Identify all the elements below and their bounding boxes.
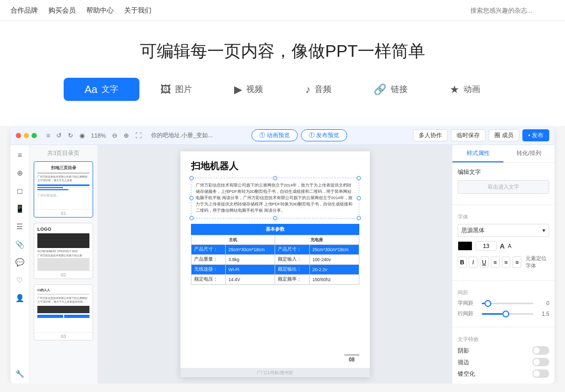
shadow-effect-row: 阴影	[458, 346, 549, 355]
close-dot[interactable]	[16, 133, 21, 138]
toolbar-center-buttons: ① 动画预览 ① 发布预览	[251, 129, 347, 141]
sidebar-user-icon[interactable]: 👤	[13, 292, 27, 304]
feature-tabs: Aa 文字 🖼 图片 ▶ 视频 ♪ 音频 🔗 链接 ★ 动画	[0, 78, 565, 114]
fullscreen-btn[interactable]: ⛶	[133, 131, 144, 140]
specs-r1-k1: 产品尺寸：	[191, 245, 226, 255]
hero-section: 可编辑每一页内容，像做PPT一样简单 Aa 文字 🖼 图片 ▶ 视频 ♪ 音频 …	[0, 21, 565, 126]
char-spacing-thumb[interactable]	[485, 300, 491, 307]
hollow-toggle[interactable]	[532, 369, 549, 378]
maximize-dot[interactable]	[32, 133, 37, 138]
line-spacing-label: 行间距	[458, 310, 479, 317]
publish-btn[interactable]: • 发布	[522, 129, 549, 141]
specs-r1-v2: 25cm*30cm*18cm	[309, 245, 359, 255]
font-selector-chevron: ▾	[542, 227, 546, 234]
nav-link-brand[interactable]: 合作品牌	[11, 6, 38, 15]
sidebar-menu-icon[interactable]: ≡	[13, 149, 27, 161]
shadow-toggle[interactable]	[532, 346, 549, 355]
sidebar-shape-icon[interactable]: ◻	[13, 185, 27, 197]
sidebar-clip-icon[interactable]: 📎	[13, 239, 27, 250]
tab-audio[interactable]: ♪ 音频	[284, 78, 352, 101]
tab-text[interactable]: Aa 文字	[64, 78, 139, 101]
edit-text-title: 编辑文字	[458, 168, 549, 176]
collab-btn[interactable]: 多人协作	[413, 129, 448, 141]
zoom-level: 118%	[89, 132, 108, 139]
tab-animation-label: 动画	[463, 84, 480, 95]
letter-a-small: A	[508, 243, 511, 249]
tab-link[interactable]: 🔗 链接	[352, 78, 429, 101]
line-spacing-row: 行间距 1.5	[458, 310, 549, 317]
undo-btn[interactable]: ↺	[54, 131, 64, 140]
canvas-text-box[interactable]: 广州万彩信息技术有限公司旗下的云展网创立于2014年，致力于为上传者提供文档转储…	[191, 178, 359, 219]
hollow-label: 镂空化	[458, 370, 475, 378]
menu-btn[interactable]: ≡	[44, 131, 52, 140]
sidebar-heart-icon[interactable]: ♡	[13, 274, 27, 286]
stroke-toggle[interactable]	[532, 358, 549, 366]
sidebar-phone-icon[interactable]: 📱	[13, 203, 27, 214]
sidebar-chat-icon[interactable]: 💬	[13, 256, 27, 268]
specs-r2-v2: 100-240v	[309, 255, 359, 265]
nav-link-member[interactable]: 购买会员	[48, 6, 76, 15]
page-thumb-2[interactable]: LOGO ACHIEVEMENT STRATEGY 2022 广州万彩信息技术有…	[34, 223, 93, 279]
minimize-dot[interactable]	[24, 133, 29, 138]
shadow-label: 阴影	[458, 347, 469, 355]
italic-btn[interactable]: I	[469, 256, 478, 268]
filename: 你的吧地址.小册_变如...	[151, 131, 213, 139]
font-size-input[interactable]: 13	[476, 241, 497, 251]
align-right-btn[interactable]: ≡	[512, 256, 521, 268]
tab-animation[interactable]: ★ 动画	[429, 78, 501, 101]
letter-a-big: A	[500, 242, 505, 250]
page-num-3: 03	[34, 332, 93, 340]
char-spacing-track[interactable]	[482, 303, 533, 304]
bold-btn[interactable]: B	[458, 256, 467, 268]
zoom-out-btn[interactable]: ⊖	[110, 131, 119, 140]
eye-btn[interactable]: ◉	[77, 131, 87, 140]
line-spacing-track[interactable]	[482, 313, 533, 315]
editor-body: ≡ ⊕ ◻ 📱 ☰ 📎 💬 ♡ 👤 🔧 共3页目录页 扫地三页目录 广州万彩信息…	[11, 145, 554, 384]
font-section-label: 字体	[458, 213, 549, 221]
sidebar-tool-icon[interactable]: 🔧	[13, 368, 27, 379]
font-selector[interactable]: 思源黑体 ▾	[458, 224, 549, 237]
page-thumb-content-3: Ci的人人 广州万彩信息技术有限公司旗下的云展网创立于2014年，致力于为上传者…	[34, 285, 93, 332]
tab-transform[interactable]: 转化/排列	[503, 145, 554, 162]
save-label: 临时保存	[457, 132, 480, 138]
tab-video[interactable]: ▶ 视频	[213, 78, 284, 101]
toolbar-undo-redo: ≡ ↺ ↻ ◉ 118% ⊖ ⊕ ⛶	[44, 131, 144, 140]
share-btn[interactable]: ① 发布预览	[301, 129, 347, 141]
divider-1	[452, 204, 554, 205]
char-spacing-label: 字间距	[458, 300, 479, 307]
collab-label: 多人协作	[419, 132, 442, 138]
char-spacing-row: 字间距 0	[458, 300, 549, 307]
stroke-label: 描边	[458, 358, 469, 366]
nav-link-about[interactable]: 关于我们	[124, 6, 152, 15]
nav-link-help[interactable]: 帮助中心	[86, 6, 114, 15]
zoom-in-btn[interactable]: ⊕	[122, 131, 131, 140]
edit-text-hint: 双击进入文字	[458, 180, 549, 194]
specs-r1-v1: 25cm*30cm*18cm	[226, 245, 275, 255]
canvas-bottom-text: 广门口/导航/图书室	[257, 370, 292, 376]
editor-wrapper: ≡ ↺ ↻ ◉ 118% ⊖ ⊕ ⛶ 你的吧地址.小册_变如... ① 动画预览…	[11, 126, 554, 384]
specs-r2-v1: 3.8kg	[226, 255, 275, 265]
specs-r4-k1: 额定电压：	[191, 275, 226, 285]
member-btn[interactable]: 圈 成员	[489, 129, 519, 141]
nav-links: 合作品牌 购买会员 帮助中心 关于我们	[11, 6, 152, 15]
page-num-2: 02	[34, 271, 93, 278]
page-thumb-1[interactable]: 扫地三页目录 广州万彩信息技术有限公司旗下的云展网创立于2014年，致力于为上传…	[34, 161, 93, 218]
spacing-label: 间距	[458, 289, 549, 296]
tab-style-props[interactable]: 样式属性	[452, 145, 503, 162]
color-swatch[interactable]	[458, 241, 472, 251]
preview-btn[interactable]: ① 动画预览	[251, 129, 298, 141]
page-thumb-content-2: LOGO ACHIEVEMENT STRATEGY 2022 广州万彩信息技术有…	[34, 223, 93, 271]
line-spacing-thumb[interactable]	[502, 311, 509, 317]
sidebar-add-icon[interactable]: ⊕	[13, 167, 27, 179]
specs-r4-v2: 150/60hz	[309, 275, 359, 285]
align-center-btn[interactable]: ≡	[502, 256, 511, 268]
sidebar-list-icon[interactable]: ☰	[13, 221, 27, 232]
save-btn[interactable]: 临时保存	[451, 129, 486, 141]
redo-btn[interactable]: ↻	[66, 131, 75, 140]
search-input[interactable]	[470, 7, 554, 14]
align-left-btn[interactable]: ≡	[491, 256, 500, 268]
page-thumb-3[interactable]: Ci的人人 广州万彩信息技术有限公司旗下的云展网创立于2014年，致力于为上传者…	[34, 284, 93, 341]
editor-toolbar: ≡ ↺ ↻ ◉ 118% ⊖ ⊕ ⛶ 你的吧地址.小册_变如... ① 动画预览…	[11, 126, 554, 145]
underline-btn[interactable]: U	[480, 256, 489, 268]
tab-image[interactable]: 🖼 图片	[139, 78, 213, 101]
